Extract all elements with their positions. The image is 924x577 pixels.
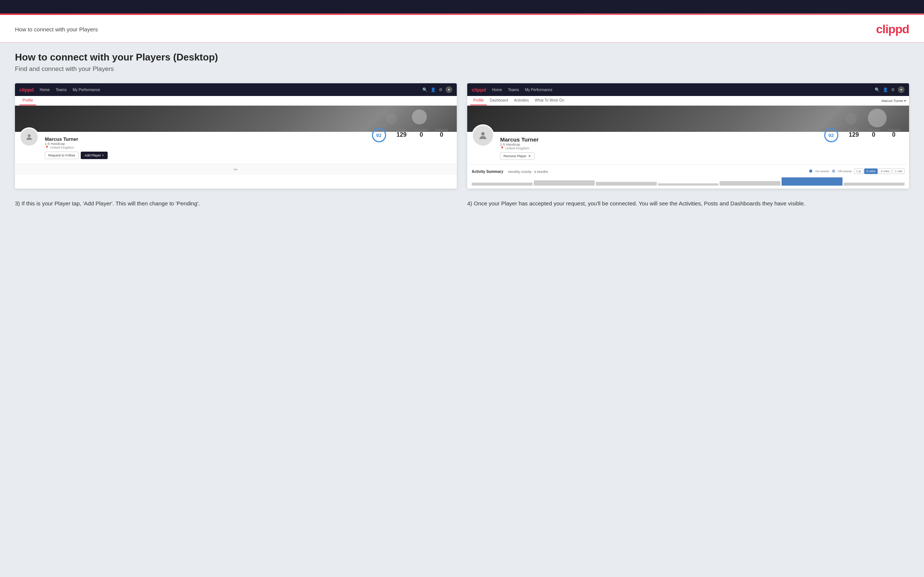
app-navbar-left: clippd Home Teams My Performance 🔍 👤 ⚙ ▼ [15, 83, 457, 96]
profile-avatar-wrap-right: Marcus Turner 1-5 Handicap 📍 United King… [472, 135, 539, 160]
legend-on-dot [809, 169, 812, 172]
profile-avatar-wrap-left: Marcus Turner 1-5 Handicap 📍 United King… [19, 135, 108, 159]
stats-row-left: Player Quality 92 Activities 129 Followe… [370, 124, 452, 142]
chart-bar-2 [534, 181, 595, 185]
tab-dashboard-right[interactable]: Dashboard [487, 96, 511, 105]
nav-link-home-right[interactable]: Home [492, 88, 502, 92]
chart-bar-6 [782, 177, 843, 185]
nav-link-home-left[interactable]: Home [40, 88, 50, 92]
activity-header: Activity Summary Monthly Activity · 6 Mo… [472, 168, 905, 174]
quality-label-left: Player Quality [370, 124, 388, 127]
avatar-right[interactable]: ▼ [898, 86, 905, 93]
avatar-circle-left [19, 127, 39, 147]
section-subtitle: Find and connect with your Players [15, 65, 909, 73]
location-icon-right: 📍 [500, 147, 504, 150]
screenshots-row: clippd Home Teams My Performance 🔍 👤 ⚙ ▼… [15, 83, 909, 189]
tab-activities-right[interactable]: Activities [511, 96, 531, 105]
screenshot-bottom-left: ✏ [15, 164, 457, 175]
page-header-title: How to connect with your Players [15, 26, 98, 32]
pencil-icon: ✏ [234, 166, 238, 172]
chart-bar-5 [720, 181, 780, 185]
tabs-container-right: Profile Dashboard Activities What To Wor… [470, 96, 567, 105]
quality-wrap-left: Player Quality 92 [370, 124, 388, 142]
app-nav-right-right: 🔍 👤 ⚙ ▼ [875, 86, 905, 93]
chart-bar-1 [472, 183, 533, 185]
quality-circle-left: 92 [372, 128, 386, 142]
search-icon-left[interactable]: 🔍 [422, 87, 428, 92]
player-name-dropdown[interactable]: Marcus Turner ▾ [881, 99, 906, 103]
chart-bar-3 [596, 182, 657, 185]
period-6mths[interactable]: 6 mths [864, 168, 878, 174]
legend-off-label: Off course [838, 169, 852, 173]
chart-bar-7 [844, 183, 905, 185]
search-icon-right[interactable]: 🔍 [875, 87, 880, 92]
settings-icon-left[interactable]: ⚙ [439, 87, 443, 92]
svg-point-0 [27, 134, 30, 137]
app-tabs-left: Profile [15, 96, 457, 106]
activity-title-group: Activity Summary Monthly Activity · 6 Mo… [472, 168, 548, 174]
quality-label-right: Player Quality [822, 124, 841, 127]
screenshot-left: clippd Home Teams My Performance 🔍 👤 ⚙ ▼… [15, 83, 457, 189]
avatar-icon-right [478, 131, 488, 141]
activity-title: Activity Summary [472, 169, 503, 174]
profile-name-left: Marcus Turner [45, 136, 108, 142]
settings-icon-right[interactable]: ⚙ [891, 87, 895, 92]
top-bar [0, 0, 924, 13]
app-logo-right: clippd [472, 87, 486, 93]
request-follow-button[interactable]: Request to Follow [45, 152, 79, 159]
nav-link-performance-right[interactable]: My Performance [525, 88, 552, 92]
period-1mth[interactable]: 1 mth [893, 168, 905, 174]
main-content: How to connect with your Players (Deskto… [0, 43, 924, 577]
activity-subtitle: Monthly Activity · 6 Months [508, 170, 548, 174]
nav-link-teams-right[interactable]: Teams [508, 88, 519, 92]
section-title: How to connect with your Players (Deskto… [15, 52, 909, 63]
avatar-left[interactable]: ▼ [446, 86, 452, 93]
right-tabs-row: Profile Dashboard Activities What To Wor… [467, 96, 909, 106]
legend-off-dot [832, 169, 835, 172]
person-icon-left[interactable]: 👤 [431, 87, 436, 92]
activity-legend: On course Off course [809, 169, 852, 173]
profile-handicap-right: 1-5 Handicap [500, 143, 539, 147]
profile-buttons-left: Request to Follow Add Player + [45, 152, 108, 159]
activity-controls: On course Off course 1 yr 6 mths 3 mths … [809, 168, 905, 174]
avatar-icon-left [25, 133, 33, 141]
profile-name-right: Marcus Turner [500, 136, 539, 143]
legend-on-label: On course [815, 169, 829, 173]
stats-row-right: Player Quality 92 Activities 129 Followe… [822, 124, 905, 142]
stat-following-left: Following 0 [435, 128, 448, 138]
page-header: How to connect with your Players clippd [0, 15, 924, 43]
profile-info-left: Marcus Turner 1-5 Handicap 📍 United King… [45, 135, 108, 159]
remove-player-button[interactable]: Remove Player ✕ [500, 152, 535, 160]
tab-profile-left[interactable]: Profile [19, 96, 36, 105]
close-icon-remove: ✕ [528, 154, 531, 158]
banner-blob-2 [386, 113, 397, 124]
captions-row: 3) If this is your Player tap, 'Add Play… [15, 199, 909, 208]
profile-info-right: Marcus Turner 1-5 Handicap 📍 United King… [500, 135, 539, 160]
stat-activities-left: Activities 129 [396, 128, 407, 138]
caption-left: 3) If this is your Player tap, 'Add Play… [15, 199, 457, 208]
period-buttons: 1 yr 6 mths 3 mths 1 mth [854, 168, 905, 174]
period-3mths[interactable]: 3 mths [879, 168, 892, 174]
tab-whattoon-right[interactable]: What To Work On [532, 96, 567, 105]
clippd-logo: clippd [876, 23, 909, 36]
profile-section-left: Marcus Turner 1-5 Handicap 📍 United King… [15, 132, 457, 164]
profile-handicap-left: 1-5 Handicap [45, 142, 108, 146]
stat-followers-left: Followers 0 [415, 128, 428, 138]
nav-link-performance-left[interactable]: My Performance [73, 88, 100, 92]
avatar-circle-right [472, 124, 494, 147]
profile-location-left: 📍 United Kingdom [45, 146, 108, 149]
stat-followers-right: Followers 0 [867, 128, 880, 138]
app-logo-left: clippd [19, 87, 34, 93]
activity-chart [472, 177, 905, 185]
app-nav-right-left: 🔍 👤 ⚙ ▼ [422, 86, 452, 93]
nav-link-teams-left[interactable]: Teams [56, 88, 66, 92]
person-icon-right[interactable]: 👤 [883, 87, 888, 92]
svg-point-1 [481, 132, 485, 135]
profile-location-right: 📍 United Kingdom [500, 147, 539, 150]
caption-right: 4) Once your Player has accepted your re… [467, 199, 909, 208]
period-1yr[interactable]: 1 yr [854, 168, 863, 174]
activity-summary: Activity Summary Monthly Activity · 6 Mo… [467, 164, 909, 189]
tab-profile-right[interactable]: Profile [470, 96, 487, 105]
app-navbar-right: clippd Home Teams My Performance 🔍 👤 ⚙ ▼ [467, 83, 909, 96]
add-player-button[interactable]: Add Player + [81, 152, 108, 159]
